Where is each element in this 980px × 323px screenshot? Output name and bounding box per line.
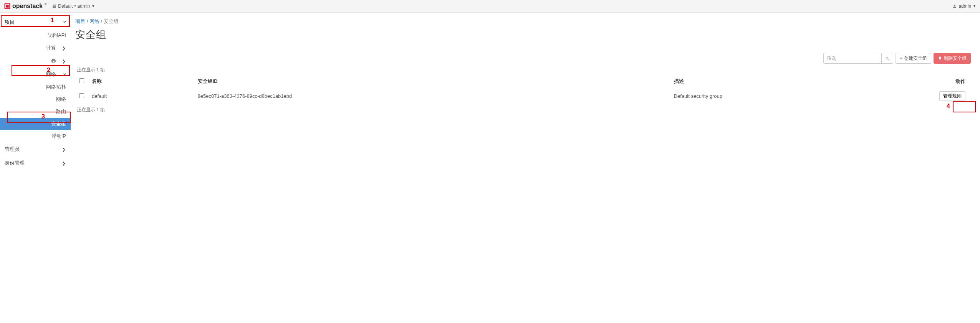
topbar: openstack® Default • admin ▼ admin ▼ (0, 0, 980, 13)
brand-tm: ® (45, 3, 46, 5)
create-secgroup-button[interactable]: 创建安全组 (896, 53, 931, 64)
svg-line-7 (888, 59, 889, 60)
svg-rect-3 (53, 6, 56, 7)
breadcrumb-current: 安全组 (104, 18, 119, 24)
sidebar-item-label: 项目 (5, 19, 15, 26)
main-content: 项目 / 网络 / 安全组 安全组 创建安全组 删除安全组 (71, 13, 980, 170)
svg-rect-2 (53, 5, 56, 6)
breadcrumb-network[interactable]: 网络 (89, 18, 99, 24)
chevron-down-icon (62, 71, 66, 78)
table-row: default 8e5ec071-a363-4376-89cc-d8bec1ab… (75, 88, 971, 104)
sidebar-item-routers[interactable]: 路由 (0, 105, 71, 118)
filter-search-button[interactable] (881, 53, 893, 63)
sidebar-item-label: 身份管理 (5, 160, 25, 166)
filter-box (823, 53, 893, 64)
breadcrumb-project[interactable]: 项目 (75, 18, 85, 24)
delete-secgroup-button[interactable]: 删除安全组 (934, 53, 971, 64)
sidebar-item-compute[interactable]: 计算 (0, 41, 71, 54)
cell-name: default (88, 88, 194, 104)
caret-down-icon: ▼ (973, 4, 976, 8)
sidebar-item-identity[interactable]: 身份管理 (0, 156, 71, 170)
search-icon (885, 56, 889, 61)
col-name[interactable]: 名称 (88, 75, 194, 88)
sidebar-item-secgroups[interactable]: 安全组 (0, 118, 71, 130)
sidebar-item-project[interactable]: 项目 (0, 15, 71, 29)
chevron-right-icon (62, 45, 66, 51)
user-menu[interactable]: admin ▼ (952, 3, 976, 9)
sidebar-item-net-topology[interactable]: 网络拓扑 (0, 81, 71, 93)
cell-id: 8e5ec071-a363-4376-89cc-d8bec1ab1ebd (194, 88, 670, 104)
project-context-switcher[interactable]: Default • admin ▼ (52, 3, 95, 9)
col-action: 动作 (932, 75, 971, 88)
svg-point-6 (886, 57, 888, 59)
svg-point-5 (954, 5, 955, 6)
button-label: 删除安全组 (944, 55, 967, 62)
user-icon (952, 4, 957, 8)
select-all-checkbox[interactable] (79, 78, 84, 83)
col-id[interactable]: 安全组ID (194, 75, 670, 88)
cell-desc: Default security group (670, 88, 932, 104)
stack-icon (52, 4, 56, 8)
sidebar-item-label: 网络 (5, 71, 62, 78)
manage-rules-button[interactable]: 管理规则 (939, 91, 965, 101)
context-project: Default (58, 3, 73, 9)
caret-down-icon: ▼ (91, 4, 95, 8)
sidebar-item-label: 管理员 (5, 146, 20, 153)
sidebar: 项目 访问API 计算 卷 网络 网络拓扑 网络 路由 安全组 浮动IP 管理员… (0, 13, 71, 170)
plus-icon (900, 56, 902, 61)
openstack-icon (4, 3, 11, 10)
table-toolbar: 创建安全组 删除安全组 (75, 53, 971, 64)
context-user: admin (78, 3, 90, 9)
sidebar-item-volumes[interactable]: 卷 (0, 54, 71, 68)
trash-icon (938, 56, 942, 61)
row-count-bottom: 正在显示 1 项 (77, 107, 971, 113)
sidebar-item-networks[interactable]: 网络 (0, 93, 71, 105)
secgroup-table: 名称 安全组ID 描述 动作 default 8e5ec071-a363-437… (75, 75, 971, 104)
sidebar-item-admin[interactable]: 管理员 (0, 142, 71, 156)
chevron-right-icon (62, 160, 66, 166)
dot: • (74, 3, 76, 9)
sidebar-item-access-api[interactable]: 访问API (0, 29, 71, 41)
sidebar-item-floatingip[interactable]: 浮动IP (0, 130, 71, 142)
sidebar-item-label: 卷 (5, 58, 62, 64)
table-header-row: 名称 安全组ID 描述 动作 (75, 75, 971, 88)
user-menu-name: admin (958, 3, 971, 9)
sidebar-item-network[interactable]: 网络 (0, 68, 71, 81)
sidebar-item-label: 计算 (5, 44, 62, 51)
col-desc[interactable]: 描述 (670, 75, 932, 88)
row-count-top: 正在显示 1 项 (77, 67, 971, 73)
filter-input[interactable] (824, 53, 881, 63)
page-title: 安全组 (75, 28, 971, 41)
row-checkbox[interactable] (79, 93, 84, 98)
chevron-down-icon (62, 18, 66, 26)
breadcrumb: 项目 / 网络 / 安全组 (75, 13, 971, 26)
svg-rect-4 (53, 7, 56, 8)
button-label: 创建安全组 (904, 55, 927, 62)
chevron-right-icon (62, 147, 66, 152)
brand-text: openstack (12, 3, 43, 10)
brand-logo[interactable]: openstack® (4, 3, 46, 10)
chevron-right-icon (62, 58, 66, 64)
